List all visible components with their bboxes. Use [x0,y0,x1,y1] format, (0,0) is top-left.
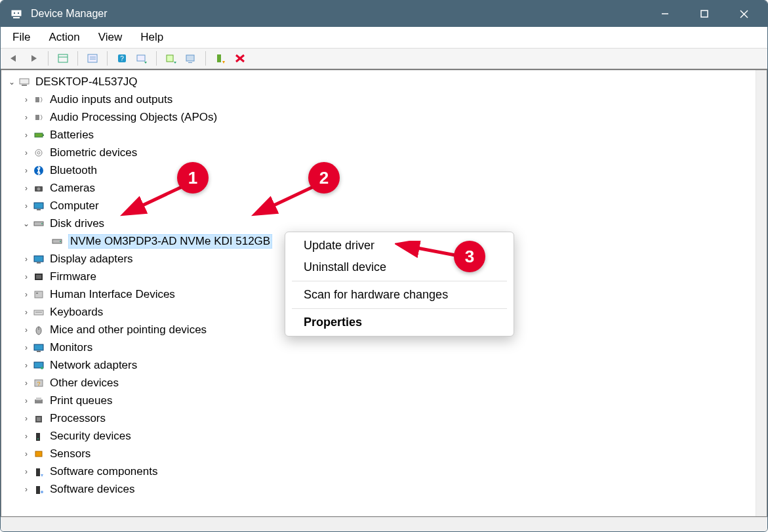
back-button[interactable] [5,50,23,67]
svg-rect-61 [36,398,41,400]
expand-icon[interactable]: › [21,113,31,122]
context-scan-hardware[interactable]: Scan for hardware changes [285,284,514,306]
properties-button[interactable] [83,50,102,67]
category-label: Display adapters [50,253,133,266]
svg-rect-22 [188,62,192,63]
app-icon [7,5,26,23]
category-label: Disk drives [50,217,104,230]
svg-rect-38 [34,203,43,209]
tree-category[interactable]: ›Print queues [7,392,756,409]
enable-device-button[interactable] [211,50,230,67]
svg-marker-8 [10,55,16,62]
expand-icon[interactable]: › [21,131,31,140]
vertical-scrollbar[interactable] [756,70,767,516]
annotation-badge-1: 1 [177,162,209,194]
tree-category[interactable]: ›Monitors [7,338,756,356]
tree-root[interactable]: ⌄ DESKTOP-4L537JQ [7,73,756,91]
expand-icon[interactable]: › [21,325,31,335]
category-label: Human Interface Devices [50,288,175,301]
expand-icon[interactable]: › [21,361,31,370]
forward-button[interactable] [24,50,43,67]
tree-category[interactable]: ›Audio inputs and outputs [7,91,756,108]
tree-category[interactable]: ›Batteries [7,126,756,144]
category-icon [31,466,46,478]
tree-category[interactable]: ⌄Disk drives [7,215,756,232]
tree-category[interactable]: ›Bluetooth [7,161,756,179]
tree-category[interactable]: ›Audio Processing Objects (APOs) [7,108,756,126]
menu-view[interactable]: View [89,28,132,47]
tree-category[interactable]: ›?Other devices [7,374,756,392]
svg-rect-48 [35,291,43,298]
svg-text:?: ? [37,380,40,387]
expand-icon[interactable]: › [21,184,31,193]
context-separator [292,308,507,309]
maximize-button[interactable] [685,1,724,27]
category-icon [31,147,46,159]
tree-category[interactable]: ›Network adapters [7,356,756,374]
expand-icon[interactable]: › [21,255,31,264]
menu-file[interactable]: File [3,28,39,47]
minimize-button[interactable] [645,1,685,27]
expand-icon[interactable]: › [21,272,31,281]
expand-icon[interactable]: › [21,396,31,405]
svg-rect-31 [35,133,43,137]
svg-rect-28 [22,85,27,86]
svg-point-65 [37,438,39,440]
tree-category[interactable]: ›Processors [7,409,756,427]
update-driver-button[interactable] [162,50,180,67]
help-button[interactable]: ? [113,50,131,67]
expand-icon[interactable]: › [21,95,31,104]
expand-icon[interactable]: › [21,485,31,494]
annotation-badge-2: 2 [308,162,340,194]
svg-point-33 [35,150,42,156]
expand-icon[interactable]: › [21,379,31,388]
expand-icon[interactable]: › [21,290,31,299]
status-bar [1,517,767,531]
expand-icon[interactable]: ⌄ [7,77,17,87]
svg-rect-44 [34,256,43,262]
tree-category[interactable]: ›Computer [7,197,756,215]
expand-icon[interactable]: › [21,308,31,317]
disable-device-button[interactable] [231,50,249,67]
context-properties[interactable]: Properties [285,312,514,333]
scan-hardware-button[interactable] [132,50,151,67]
category-icon [31,359,46,371]
expand-icon[interactable]: › [21,201,31,211]
expand-icon[interactable]: › [21,432,31,441]
uninstall-button[interactable] [182,50,200,67]
device-tree[interactable]: ⌄ DESKTOP-4L537JQ ›Audio inputs and outp… [1,70,756,516]
expand-icon[interactable]: › [21,148,31,157]
menu-help[interactable]: Help [131,28,172,47]
toolbar-separator [107,51,108,66]
tree-category[interactable]: ›Software components [7,462,756,480]
svg-rect-0 [11,10,22,16]
expand-icon[interactable]: › [21,449,31,459]
close-button[interactable] [724,1,763,27]
svg-point-70 [41,491,43,493]
expand-icon[interactable]: › [21,414,31,423]
category-icon [31,129,46,141]
menu-action[interactable]: Action [39,28,89,47]
tree-category[interactable]: ›Security devices [7,427,756,445]
show-hidden-button[interactable] [54,50,72,67]
svg-point-2 [14,12,15,14]
svg-rect-19 [167,55,173,62]
category-icon [31,448,46,460]
expand-icon[interactable]: › [21,343,31,352]
tree-category[interactable]: ›Cameras [7,179,756,197]
expand-icon[interactable]: › [21,467,31,476]
toolbar-separator [77,51,78,66]
svg-rect-67 [36,468,40,476]
category-icon [31,112,46,123]
content-area: ⌄ DESKTOP-4L537JQ ›Audio inputs and outp… [1,69,767,517]
tree-category[interactable]: ›Biometric devices [7,144,756,161]
tree-category[interactable]: ›Sensors [7,445,756,462]
expand-icon[interactable]: › [21,166,31,175]
svg-point-41 [41,223,43,224]
expand-icon[interactable]: ⌄ [21,219,31,228]
category-label: Mice and other pointing devices [50,323,207,337]
svg-rect-1 [13,17,20,18]
category-label: Biometric devices [50,146,137,159]
tree-category[interactable]: ›Software devices [7,480,756,498]
svg-rect-47 [36,275,41,279]
